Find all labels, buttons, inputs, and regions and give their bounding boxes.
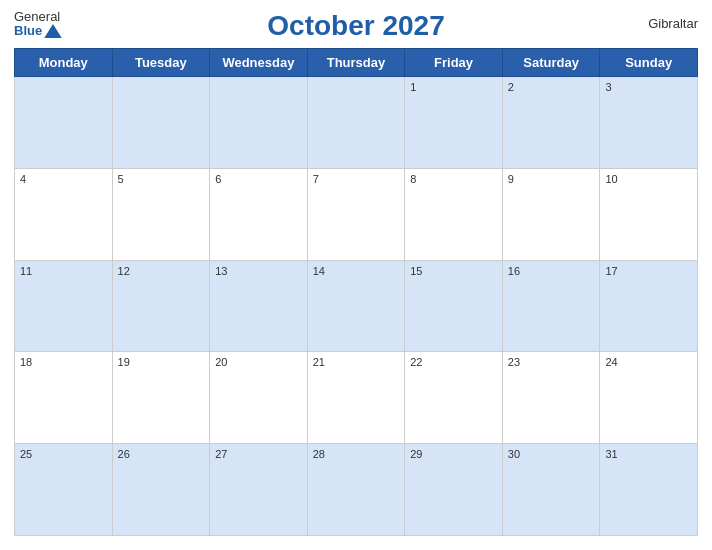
day-number: 5 bbox=[118, 173, 124, 185]
calendar-day-cell: 11 bbox=[15, 260, 113, 352]
header-friday: Friday bbox=[405, 49, 503, 77]
calendar-day-cell: 5 bbox=[112, 168, 210, 260]
calendar-day-cell: 4 bbox=[15, 168, 113, 260]
calendar-week-row: 123 bbox=[15, 77, 698, 169]
day-number: 30 bbox=[508, 448, 520, 460]
calendar-day-cell bbox=[210, 77, 308, 169]
calendar-day-cell: 19 bbox=[112, 352, 210, 444]
calendar-day-cell: 14 bbox=[307, 260, 405, 352]
header-saturday: Saturday bbox=[502, 49, 600, 77]
day-number: 25 bbox=[20, 448, 32, 460]
calendar-day-cell: 20 bbox=[210, 352, 308, 444]
calendar-day-cell: 3 bbox=[600, 77, 698, 169]
header-tuesday: Tuesday bbox=[112, 49, 210, 77]
logo: General Blue bbox=[14, 10, 62, 39]
day-number: 16 bbox=[508, 265, 520, 277]
calendar-body: 1234567891011121314151617181920212223242… bbox=[15, 77, 698, 536]
day-number: 28 bbox=[313, 448, 325, 460]
calendar-day-cell: 31 bbox=[600, 444, 698, 536]
day-number: 15 bbox=[410, 265, 422, 277]
calendar-day-cell: 12 bbox=[112, 260, 210, 352]
day-number: 29 bbox=[410, 448, 422, 460]
calendar-day-cell bbox=[112, 77, 210, 169]
calendar-day-cell: 29 bbox=[405, 444, 503, 536]
calendar-title: October 2027 bbox=[267, 10, 444, 42]
day-number: 18 bbox=[20, 356, 32, 368]
calendar-day-cell: 9 bbox=[502, 168, 600, 260]
calendar-day-cell: 24 bbox=[600, 352, 698, 444]
calendar-thead: Monday Tuesday Wednesday Thursday Friday… bbox=[15, 49, 698, 77]
calendar-country: Gibraltar bbox=[648, 16, 698, 31]
day-number: 17 bbox=[605, 265, 617, 277]
calendar-day-cell: 27 bbox=[210, 444, 308, 536]
calendar-day-cell: 2 bbox=[502, 77, 600, 169]
calendar-day-cell: 15 bbox=[405, 260, 503, 352]
day-number: 9 bbox=[508, 173, 514, 185]
calendar-day-cell: 6 bbox=[210, 168, 308, 260]
calendar-container: General Blue October 2027 Gibraltar Mond… bbox=[0, 0, 712, 550]
day-number: 7 bbox=[313, 173, 319, 185]
logo-blue-text: Blue bbox=[14, 24, 42, 38]
calendar-day-cell: 13 bbox=[210, 260, 308, 352]
calendar-week-row: 25262728293031 bbox=[15, 444, 698, 536]
day-number: 22 bbox=[410, 356, 422, 368]
logo-general-text: General bbox=[14, 10, 62, 24]
day-number: 8 bbox=[410, 173, 416, 185]
day-number: 27 bbox=[215, 448, 227, 460]
calendar-day-cell: 21 bbox=[307, 352, 405, 444]
header-monday: Monday bbox=[15, 49, 113, 77]
calendar-day-cell: 22 bbox=[405, 352, 503, 444]
calendar-table: Monday Tuesday Wednesday Thursday Friday… bbox=[14, 48, 698, 536]
calendar-day-cell: 8 bbox=[405, 168, 503, 260]
calendar-week-row: 45678910 bbox=[15, 168, 698, 260]
calendar-day-cell: 23 bbox=[502, 352, 600, 444]
day-number: 11 bbox=[20, 265, 32, 277]
svg-marker-0 bbox=[44, 24, 62, 38]
calendar-day-cell: 17 bbox=[600, 260, 698, 352]
weekday-header-row: Monday Tuesday Wednesday Thursday Friday… bbox=[15, 49, 698, 77]
calendar-day-cell: 16 bbox=[502, 260, 600, 352]
day-number: 14 bbox=[313, 265, 325, 277]
day-number: 2 bbox=[508, 81, 514, 93]
calendar-day-cell: 25 bbox=[15, 444, 113, 536]
logo-icon bbox=[44, 24, 62, 38]
day-number: 1 bbox=[410, 81, 416, 93]
day-number: 20 bbox=[215, 356, 227, 368]
day-number: 3 bbox=[605, 81, 611, 93]
day-number: 12 bbox=[118, 265, 130, 277]
day-number: 31 bbox=[605, 448, 617, 460]
day-number: 13 bbox=[215, 265, 227, 277]
calendar-day-cell: 30 bbox=[502, 444, 600, 536]
calendar-day-cell: 10 bbox=[600, 168, 698, 260]
day-number: 19 bbox=[118, 356, 130, 368]
day-number: 23 bbox=[508, 356, 520, 368]
day-number: 6 bbox=[215, 173, 221, 185]
calendar-day-cell: 26 bbox=[112, 444, 210, 536]
day-number: 4 bbox=[20, 173, 26, 185]
calendar-day-cell: 7 bbox=[307, 168, 405, 260]
calendar-week-row: 11121314151617 bbox=[15, 260, 698, 352]
day-number: 21 bbox=[313, 356, 325, 368]
day-number: 10 bbox=[605, 173, 617, 185]
calendar-day-cell: 1 bbox=[405, 77, 503, 169]
calendar-week-row: 18192021222324 bbox=[15, 352, 698, 444]
header-wednesday: Wednesday bbox=[210, 49, 308, 77]
calendar-day-cell: 18 bbox=[15, 352, 113, 444]
header-sunday: Sunday bbox=[600, 49, 698, 77]
calendar-header: General Blue October 2027 Gibraltar bbox=[14, 10, 698, 42]
calendar-day-cell bbox=[307, 77, 405, 169]
day-number: 24 bbox=[605, 356, 617, 368]
calendar-day-cell bbox=[15, 77, 113, 169]
day-number: 26 bbox=[118, 448, 130, 460]
header-thursday: Thursday bbox=[307, 49, 405, 77]
calendar-day-cell: 28 bbox=[307, 444, 405, 536]
